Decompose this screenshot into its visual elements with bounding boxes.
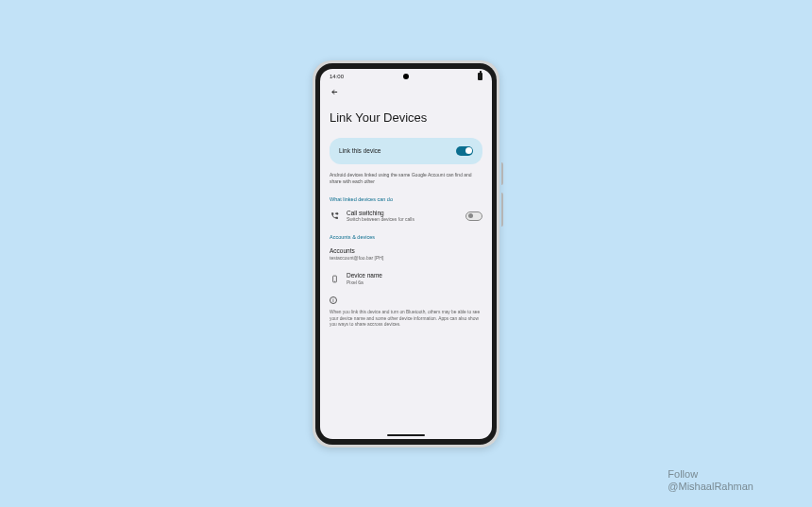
toggle-thumb xyxy=(465,147,472,154)
battery-icon xyxy=(478,73,482,80)
capabilities-header: What linked devices can do xyxy=(330,196,482,202)
nav-handle[interactable] xyxy=(387,434,425,436)
power-button xyxy=(501,162,503,185)
info-row: i xyxy=(330,296,482,304)
accounts-title: Accounts xyxy=(330,247,482,255)
screen: 14:00 Link Your Devices Link this device xyxy=(320,69,492,439)
link-device-toggle[interactable] xyxy=(456,146,473,156)
phone-icon xyxy=(330,274,339,283)
call-switching-subtitle: Switch between devices for calls xyxy=(347,216,458,223)
info-icon: i xyxy=(330,296,337,304)
disclaimer-text: When you link this device and turn on Bl… xyxy=(330,310,482,328)
accounts-header: Accounts & devices xyxy=(330,234,482,240)
link-description: Android devices linked using the same Go… xyxy=(330,172,482,185)
volume-button xyxy=(501,193,503,227)
device-name-row[interactable]: Device name Pixel 6a xyxy=(330,272,482,285)
device-name-title: Device name xyxy=(347,272,482,279)
phone-frame: 14:00 Link Your Devices Link this device xyxy=(313,60,499,448)
back-button[interactable] xyxy=(330,88,339,97)
back-arrow-icon xyxy=(330,88,339,96)
phone-bezel: 14:00 Link Your Devices Link this device xyxy=(315,63,497,445)
credit-line1: Follow xyxy=(668,468,753,482)
device-name-text: Device name Pixel 6a xyxy=(347,272,482,285)
link-device-card[interactable]: Link this device xyxy=(330,138,482,164)
header-bar xyxy=(320,82,492,101)
call-switching-toggle[interactable] xyxy=(465,211,482,221)
credit-line2: @MishaalRahman xyxy=(668,481,753,494)
camera-hole xyxy=(403,74,409,79)
call-switching-row[interactable]: Call switching Switch between devices fo… xyxy=(330,210,482,223)
toggle-thumb xyxy=(468,213,473,218)
phone-forward-icon xyxy=(330,211,339,221)
content-area: Link Your Devices Link this device Andro… xyxy=(320,101,492,329)
link-device-label: Link this device xyxy=(339,147,381,154)
device-name-value: Pixel 6a xyxy=(347,279,482,286)
accounts-value: testaccount@foo.bar [PH] xyxy=(330,255,482,262)
call-switching-text: Call switching Switch between devices fo… xyxy=(347,210,458,223)
status-time: 14:00 xyxy=(330,74,344,79)
call-switching-title: Call switching xyxy=(347,210,458,217)
page-title: Link Your Devices xyxy=(330,110,482,125)
accounts-row[interactable]: Accounts testaccount@foo.bar [PH] xyxy=(330,247,482,261)
credit-text: Follow @MishaalRahman xyxy=(668,468,753,495)
